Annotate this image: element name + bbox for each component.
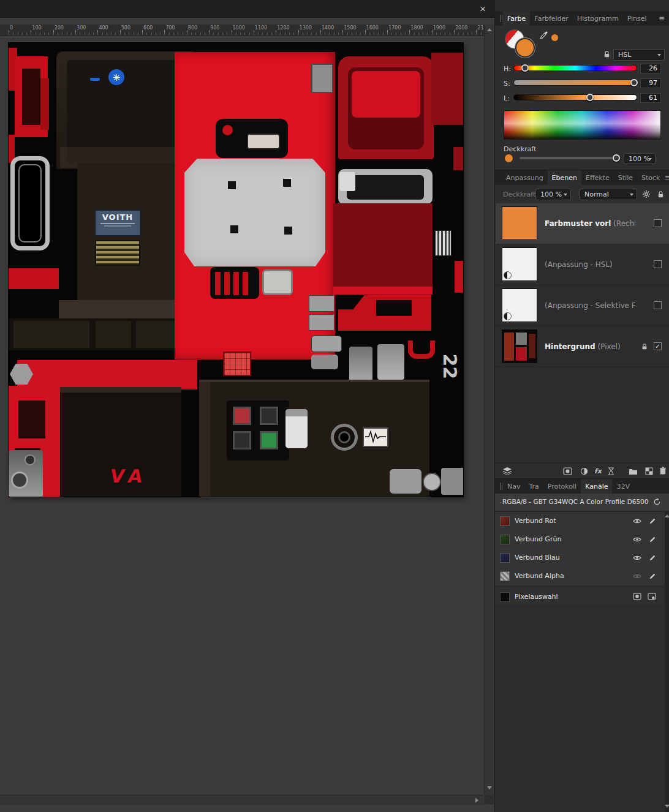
eye-icon[interactable]: [633, 555, 641, 561]
texture-region: [309, 295, 334, 312]
channel-row-alpha[interactable]: Verbund Alpha: [495, 567, 665, 586]
channel-row-gruen[interactable]: Verbund Grün: [495, 530, 665, 549]
tab-nav[interactable]: Nav: [503, 479, 524, 494]
scroll-up-icon[interactable]: [487, 28, 492, 31]
selection-mask-icon[interactable]: [633, 593, 641, 600]
color-spectrum[interactable]: [504, 110, 661, 140]
tab-histogramm[interactable]: Histogramm: [573, 11, 623, 26]
opacity-dropdown[interactable]: 100 %: [624, 153, 656, 164]
scroll-down-icon[interactable]: [665, 805, 669, 808]
scroll-right-icon[interactable]: [475, 798, 478, 803]
pencil-icon[interactable]: [649, 536, 656, 543]
eyedropper-icon[interactable]: [539, 31, 548, 40]
canvas-viewport[interactable]: × 01002003004005006007008009001000110012…: [0, 0, 494, 812]
blend-mode-dropdown[interactable]: Normal: [580, 189, 637, 200]
pencil-icon[interactable]: [649, 573, 656, 580]
trash-icon[interactable]: [659, 467, 667, 475]
saturation-value[interactable]: 97: [640, 78, 661, 88]
scrollbar-corner: [484, 795, 494, 805]
panel-menu-icon[interactable]: ≡: [664, 170, 669, 185]
lightness-slider[interactable]: [513, 94, 637, 100]
ruler-tick: 200: [53, 30, 54, 35]
layers-stack-icon[interactable]: [502, 467, 512, 475]
tab-stock[interactable]: Stock: [637, 170, 664, 185]
reset-icon[interactable]: [653, 498, 661, 506]
layer-row-hintergrund[interactable]: Hintergrund (Pixel) ✓: [496, 326, 669, 367]
tab-32v[interactable]: 32V: [612, 479, 634, 494]
texture-region: [228, 181, 236, 189]
lightness-slider-knob[interactable]: [586, 94, 594, 101]
layer-thumbnail[interactable]: [502, 288, 537, 322]
horizontal-scrollbar[interactable]: [0, 795, 483, 805]
layer-opacity-dropdown[interactable]: 100 %: [535, 189, 571, 200]
canvas-image[interactable]: VOITH VA: [9, 43, 463, 497]
tab-tra[interactable]: Tra: [524, 479, 543, 494]
pencil-icon[interactable]: [649, 517, 656, 525]
pencil-icon[interactable]: [649, 554, 656, 562]
tab-protokoll[interactable]: Protokoll: [543, 479, 581, 494]
tab-ebenen[interactable]: Ebenen: [548, 170, 581, 185]
active-color-swatch[interactable]: [515, 38, 535, 58]
tab-pinsel[interactable]: Pinsel: [623, 11, 651, 26]
tab-farbe[interactable]: Farbe: [503, 11, 530, 26]
layer-thumbnail[interactable]: [502, 329, 537, 363]
hue-slider-knob[interactable]: [521, 64, 529, 72]
lightness-value[interactable]: 61: [640, 93, 661, 103]
channels-scrollbar[interactable]: [665, 512, 669, 812]
layer-visibility-checkbox[interactable]: [654, 219, 662, 227]
lock-icon[interactable]: [657, 190, 665, 198]
eye-icon[interactable]: [633, 573, 641, 579]
secondary-color-dot[interactable]: [551, 34, 558, 41]
saturation-slider[interactable]: [513, 80, 637, 86]
channel-row-rot[interactable]: Verbund Rot: [495, 512, 665, 531]
layer-visibility-checkbox[interactable]: [654, 260, 662, 268]
layer-label: Farbmuster vorl (Rechte...: [545, 203, 635, 244]
effects-icon[interactable]: fx: [594, 467, 602, 475]
texture-region: [283, 179, 291, 187]
tab-effekte[interactable]: Effekte: [581, 170, 614, 185]
opacity-slider[interactable]: [520, 157, 616, 159]
mask-icon[interactable]: [563, 467, 572, 475]
close-document-button[interactable]: ×: [477, 3, 488, 14]
layer-visibility-checkbox[interactable]: [654, 301, 662, 309]
opacity-slider-knob[interactable]: [613, 154, 620, 162]
chevron-down-icon: [630, 194, 633, 196]
tab-farbfelder[interactable]: Farbfelder: [530, 11, 573, 26]
layer-thumbnail[interactable]: [502, 206, 537, 240]
lock-icon[interactable]: [641, 343, 648, 350]
channel-thumbnail: [500, 592, 510, 602]
gear-icon[interactable]: [642, 190, 651, 198]
saturation-slider-knob[interactable]: [630, 79, 638, 86]
layer-row-selektive-farbe[interactable]: (Anpassung - Selektive Fa...: [496, 285, 669, 326]
selection-edit-icon[interactable]: [648, 593, 656, 600]
panel-drag-handle[interactable]: [502, 483, 502, 490]
tab-kanaele[interactable]: Kanäle: [581, 479, 612, 494]
panel-menu-icon[interactable]: ≡: [659, 11, 665, 26]
vertical-scrollbar[interactable]: [484, 24, 494, 795]
layer-label: (Anpassung - HSL): [545, 244, 613, 285]
scroll-down-icon[interactable]: [487, 786, 492, 789]
live-filter-icon[interactable]: [608, 467, 614, 475]
folder-icon[interactable]: [629, 468, 638, 475]
hue-slider[interactable]: [513, 65, 637, 71]
eye-icon[interactable]: [633, 536, 641, 543]
panel-drag-handle[interactable]: [500, 483, 501, 490]
layer-row-farbmuster[interactable]: Farbmuster vorl (Rechte...: [496, 203, 669, 244]
lock-icon[interactable]: [603, 50, 611, 58]
tab-stile[interactable]: Stile: [614, 170, 637, 185]
eye-icon[interactable]: [633, 518, 641, 524]
panel-drag-handle[interactable]: [502, 15, 502, 22]
color-mode-dropdown[interactable]: HSL: [613, 49, 665, 61]
scroll-up-icon[interactable]: [665, 514, 669, 517]
layer-thumbnail[interactable]: [502, 247, 537, 281]
ruler-tick: 700: [164, 30, 165, 35]
panel-drag-handle[interactable]: [500, 15, 501, 22]
channel-row-blau[interactable]: Verbund Blau: [495, 549, 665, 568]
tab-anpassung[interactable]: Anpassung: [502, 170, 548, 185]
hue-value[interactable]: 26: [640, 64, 661, 73]
adjustment-icon[interactable]: [580, 467, 588, 475]
layer-visibility-checkbox[interactable]: ✓: [654, 342, 662, 350]
channel-row-pixelauswahl[interactable]: Pixelauswahl: [495, 588, 665, 606]
checkerboard-icon[interactable]: [645, 467, 653, 475]
layer-row-hsl[interactable]: (Anpassung - HSL): [496, 244, 669, 285]
